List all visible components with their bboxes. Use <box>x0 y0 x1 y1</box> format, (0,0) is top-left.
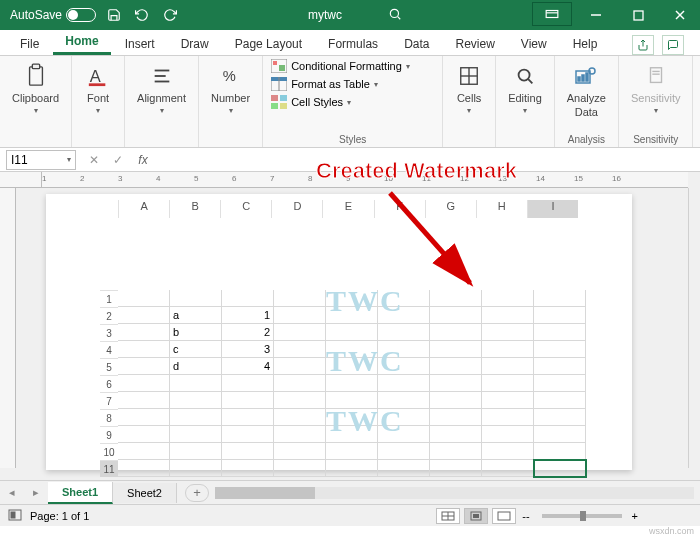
format-as-table-button[interactable]: Format as Table▾ <box>269 76 380 92</box>
row-header[interactable]: 7 <box>100 392 118 409</box>
cell[interactable] <box>378 409 430 426</box>
cell[interactable] <box>534 290 586 307</box>
tab-insert[interactable]: Insert <box>113 33 167 55</box>
cell[interactable]: b <box>170 324 222 341</box>
row-header[interactable]: 9 <box>100 426 118 443</box>
spreadsheet-grid[interactable]: a1b2c3d4 <box>118 290 586 477</box>
cell[interactable] <box>118 324 170 341</box>
cell[interactable] <box>482 409 534 426</box>
add-sheet-button[interactable]: + <box>185 484 209 502</box>
cell[interactable] <box>378 460 430 477</box>
cell[interactable] <box>534 460 586 477</box>
zoom-knob[interactable] <box>580 511 586 521</box>
cell[interactable] <box>274 290 326 307</box>
cell[interactable] <box>170 443 222 460</box>
zoom-out-button[interactable]: -- <box>522 510 529 522</box>
cell[interactable] <box>326 443 378 460</box>
cell[interactable] <box>534 341 586 358</box>
cell[interactable] <box>430 460 482 477</box>
cell[interactable] <box>326 290 378 307</box>
cell[interactable] <box>326 426 378 443</box>
cell[interactable] <box>482 324 534 341</box>
ribbon-display-options[interactable] <box>532 2 572 26</box>
maximize-button[interactable] <box>618 0 658 30</box>
alignment-button[interactable]: Alignment ▾ <box>131 58 192 119</box>
name-box[interactable]: I11▾ <box>6 150 76 170</box>
formula-input[interactable] <box>156 150 700 170</box>
analyze-data-button[interactable]: Analyze Data <box>561 58 612 122</box>
tab-draw[interactable]: Draw <box>169 33 221 55</box>
comments-button[interactable] <box>662 35 684 55</box>
cell[interactable] <box>378 341 430 358</box>
row-header[interactable]: 11 <box>100 460 118 477</box>
redo-icon[interactable] <box>160 5 180 25</box>
column-header[interactable]: C <box>220 200 271 218</box>
cell[interactable] <box>430 375 482 392</box>
cell[interactable] <box>222 290 274 307</box>
column-header[interactable]: H <box>476 200 527 218</box>
minimize-button[interactable] <box>576 0 616 30</box>
cell[interactable] <box>118 358 170 375</box>
tab-review[interactable]: Review <box>443 33 506 55</box>
cell[interactable] <box>534 358 586 375</box>
cell[interactable] <box>118 392 170 409</box>
font-button[interactable]: A Font ▾ <box>78 58 118 119</box>
cell[interactable] <box>534 324 586 341</box>
cell[interactable] <box>170 409 222 426</box>
cell[interactable] <box>378 375 430 392</box>
undo-icon[interactable] <box>132 5 152 25</box>
sheet-nav-next[interactable]: ▸ <box>24 486 48 499</box>
cell[interactable] <box>482 426 534 443</box>
cell[interactable] <box>534 307 586 324</box>
cell[interactable] <box>482 392 534 409</box>
cancel-icon[interactable]: ✕ <box>82 150 106 170</box>
cell[interactable] <box>378 426 430 443</box>
row-header[interactable]: 8 <box>100 409 118 426</box>
scroll-thumb[interactable] <box>215 487 315 499</box>
sheet-tab-2[interactable]: Sheet2 <box>113 483 177 503</box>
cell-styles-button[interactable]: Cell Styles▾ <box>269 94 353 110</box>
cell[interactable] <box>222 375 274 392</box>
cell[interactable] <box>274 341 326 358</box>
cell[interactable]: a <box>170 307 222 324</box>
cell[interactable] <box>274 409 326 426</box>
close-button[interactable] <box>660 0 700 30</box>
cell[interactable] <box>482 358 534 375</box>
tab-view[interactable]: View <box>509 33 559 55</box>
tab-file[interactable]: File <box>8 33 51 55</box>
vertical-scrollbar[interactable] <box>688 188 700 468</box>
cell[interactable] <box>170 426 222 443</box>
cell[interactable] <box>326 358 378 375</box>
cell[interactable] <box>378 443 430 460</box>
cell[interactable] <box>534 409 586 426</box>
tab-formulas[interactable]: Formulas <box>316 33 390 55</box>
cell[interactable] <box>430 341 482 358</box>
cell[interactable] <box>274 443 326 460</box>
cell[interactable] <box>430 392 482 409</box>
fx-button[interactable]: fx <box>130 153 156 167</box>
enter-icon[interactable]: ✓ <box>106 150 130 170</box>
cell[interactable] <box>482 443 534 460</box>
row-header[interactable]: 6 <box>100 375 118 392</box>
row-header[interactable]: 2 <box>100 307 118 324</box>
cell[interactable] <box>118 409 170 426</box>
clipboard-button[interactable]: Clipboard ▾ <box>6 58 65 119</box>
row-header[interactable]: 3 <box>100 324 118 341</box>
page-layout-icon[interactable] <box>8 509 22 523</box>
view-page-break-button[interactable] <box>492 508 516 524</box>
sheet-tab-1[interactable]: Sheet1 <box>48 482 113 504</box>
row-header[interactable]: 5 <box>100 358 118 375</box>
cell[interactable] <box>326 341 378 358</box>
cell[interactable] <box>274 392 326 409</box>
cell[interactable] <box>326 409 378 426</box>
cell[interactable]: c <box>170 341 222 358</box>
search-icon[interactable] <box>388 7 402 24</box>
save-icon[interactable] <box>104 5 124 25</box>
cell[interactable] <box>534 375 586 392</box>
column-header[interactable]: F <box>374 200 425 218</box>
cell[interactable] <box>118 375 170 392</box>
cell[interactable] <box>274 375 326 392</box>
view-page-layout-button[interactable] <box>464 508 488 524</box>
cell[interactable] <box>378 392 430 409</box>
cell[interactable] <box>378 358 430 375</box>
